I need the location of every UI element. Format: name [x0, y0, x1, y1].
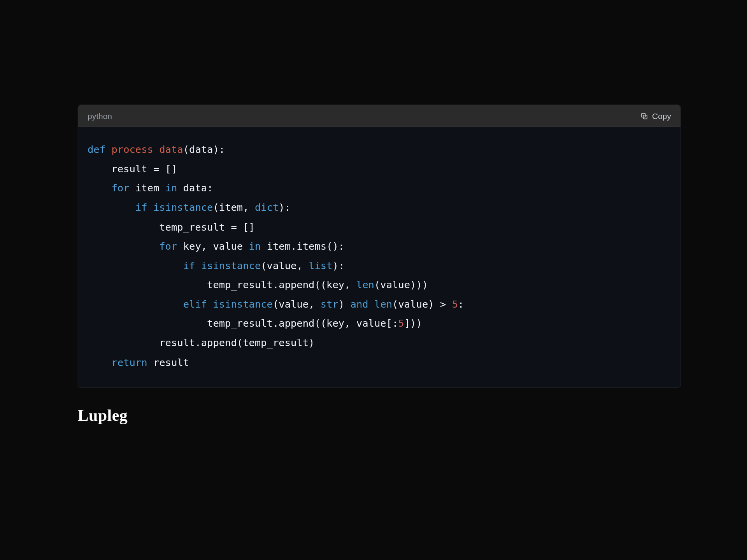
copy-button-label: Copy [652, 111, 671, 121]
caption-text: Lupleg [78, 406, 128, 425]
copy-button[interactable]: Copy [640, 111, 671, 121]
code-block-header: python Copy [78, 105, 680, 127]
copy-icon [640, 112, 649, 120]
code-language-label: python [88, 111, 112, 121]
code-content: def process_data(data): result = [] for … [88, 140, 671, 372]
code-block-body: def process_data(data): result = [] for … [78, 127, 680, 387]
code-block: python Copy def process_data(data): resu… [78, 105, 681, 388]
